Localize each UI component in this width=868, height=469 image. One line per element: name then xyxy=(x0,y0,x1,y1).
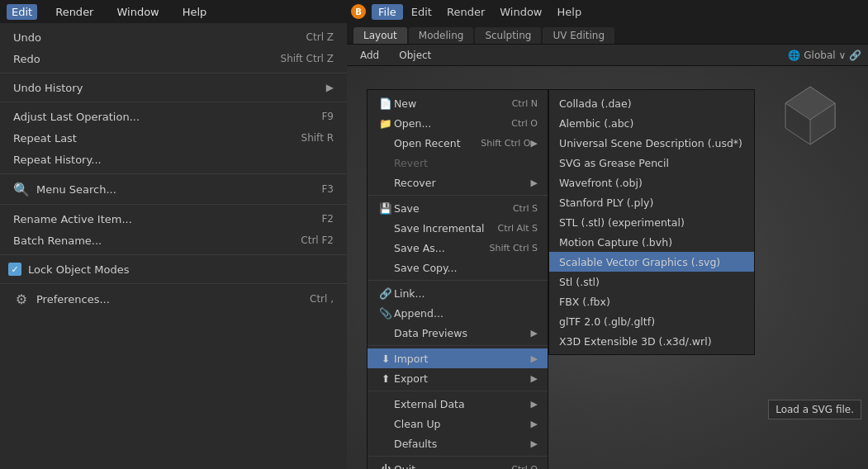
left-panel: EditRenderWindowHelp UndoCtrl ZRedoShift… xyxy=(0,0,347,469)
arrow-icon: ▶ xyxy=(531,419,538,429)
left-entry-repeat-last[interactable]: Repeat LastShift R xyxy=(0,127,347,149)
left-entry-batch-rename[interactable]: Batch Rename...Ctrl F2 xyxy=(0,230,347,251)
left-entry-preferences[interactable]: ⚙Preferences...Ctrl , xyxy=(0,287,347,310)
top-menu-render[interactable]: Render xyxy=(440,4,491,20)
tab-modeling[interactable]: Modeling xyxy=(409,27,474,44)
top-menu-window[interactable]: Window xyxy=(493,4,548,20)
file-entry-save-as[interactable]: Save As...Shift Ctrl S xyxy=(368,238,548,258)
entry-label: Menu Search... xyxy=(36,183,308,196)
file-entry-defaults[interactable]: Defaults▶ xyxy=(368,433,548,453)
top-bar: B FileEditRenderWindowHelp xyxy=(347,0,868,23)
file-entry-revert: Revert xyxy=(368,153,548,173)
file-entry-label: Import xyxy=(394,353,531,365)
tab-layout[interactable]: Layout xyxy=(353,27,407,44)
object-button[interactable]: Object xyxy=(392,48,438,63)
file-entry-recover[interactable]: Recover▶ xyxy=(368,173,548,192)
arrow-icon: ▶ xyxy=(531,178,538,188)
file-entry-import[interactable]: ⬇Import▶ xyxy=(368,348,548,368)
import-entry-wavefront[interactable]: Wavefront (.obj) xyxy=(549,173,754,192)
edit-dropdown: UndoCtrl ZRedoShift Ctrl ZUndo History▶A… xyxy=(0,23,347,469)
import-entry-label: Stanford PLY (.ply) xyxy=(559,197,653,209)
file-entry-icon: ⏻ xyxy=(377,463,394,470)
left-entry-undo-history[interactable]: Undo History▶ xyxy=(0,77,347,98)
file-entry-save-copy[interactable]: Save Copy... xyxy=(368,258,548,277)
file-separator xyxy=(368,391,548,391)
import-entry-stl2[interactable]: Stl (.stl) xyxy=(549,272,754,291)
import-entry-label: glTF 2.0 (.glb/.gltf) xyxy=(559,315,655,328)
left-entry-redo[interactable]: RedoShift Ctrl Z xyxy=(0,48,347,69)
import-entry-fbx[interactable]: FBX (.fbx) xyxy=(549,291,754,311)
file-dropdown: 📄NewCtrl N📁Open...Ctrl OOpen RecentShift… xyxy=(367,89,548,469)
file-entry-label: Data Previews xyxy=(394,327,531,339)
file-entry-label: Save As... xyxy=(394,242,482,254)
viewport: 📄NewCtrl N📁Open...Ctrl OOpen RecentShift… xyxy=(347,66,868,469)
import-entry-svg[interactable]: Scalable Vector Graphics (.svg) xyxy=(549,252,754,272)
left-entry-rename[interactable]: Rename Active Item...F2 xyxy=(0,208,347,230)
file-entry-external-data[interactable]: External Data▶ xyxy=(368,394,548,414)
entry-label: Adjust Last Operation... xyxy=(13,111,308,123)
file-entry-icon: 🔗 xyxy=(377,287,394,300)
left-entry-menu-search[interactable]: 🔍Menu Search...F3 xyxy=(0,178,347,201)
import-entry-stanford-ply[interactable]: Stanford PLY (.ply) xyxy=(549,192,754,212)
file-entry-icon: ⬇ xyxy=(377,353,394,365)
import-entry-gltf[interactable]: glTF 2.0 (.glb/.gltf) xyxy=(549,311,754,331)
tab-uv-editing[interactable]: UV Editing xyxy=(543,27,614,44)
file-entry-shortcut: Ctrl Q xyxy=(511,464,538,470)
import-entry-usd[interactable]: Universal Scene Description (.usd*) xyxy=(549,133,754,153)
separator xyxy=(0,173,347,174)
left-menu-render[interactable]: Render xyxy=(50,4,98,20)
file-entry-label: Save xyxy=(394,202,506,215)
import-entry-stl[interactable]: STL (.stl) (experimental) xyxy=(549,212,754,232)
import-entry-motion-capture[interactable]: Motion Capture (.bvh) xyxy=(549,232,754,252)
file-entry-link[interactable]: 🔗Link... xyxy=(368,283,548,303)
left-entry-adjust[interactable]: Adjust Last Operation...F9 xyxy=(0,106,347,127)
left-entry-undo[interactable]: UndoCtrl Z xyxy=(0,26,347,48)
file-entry-label: Open... xyxy=(394,117,505,130)
file-entry-quit[interactable]: ⏻QuitCtrl Q xyxy=(368,459,548,469)
file-entry-clean-up[interactable]: Clean Up▶ xyxy=(368,414,548,433)
file-entry-open[interactable]: 📁Open...Ctrl O xyxy=(368,113,548,133)
add-button[interactable]: Add xyxy=(353,48,386,63)
tab-sculpting[interactable]: Sculpting xyxy=(475,27,541,44)
checkbox-icon xyxy=(8,263,21,276)
import-entry-label: SVG as Grease Pencil xyxy=(559,157,669,169)
file-entry-data-previews[interactable]: Data Previews▶ xyxy=(368,323,548,343)
left-menu-help[interactable]: Help xyxy=(178,4,212,20)
file-entry-open-recent[interactable]: Open RecentShift Ctrl O▶ xyxy=(368,133,548,153)
left-entry-repeat-history[interactable]: Repeat History... xyxy=(0,149,347,170)
second-bar: Add Object 🌐 Global ∨ 🔗 xyxy=(347,45,868,66)
import-entry-collada[interactable]: Collada (.dae) xyxy=(549,93,754,113)
file-entry-label: External Data xyxy=(394,398,531,410)
file-entry-icon: 💾 xyxy=(377,202,394,215)
import-entry-alembic[interactable]: Alembic (.abc) xyxy=(549,113,754,133)
top-menu-edit[interactable]: Edit xyxy=(405,4,439,20)
left-menu-edit[interactable]: Edit xyxy=(7,4,37,20)
file-entry-save[interactable]: 💾SaveCtrl S xyxy=(368,198,548,218)
file-entry-shortcut: Shift Ctrl O xyxy=(481,138,530,149)
entry-label: Batch Rename... xyxy=(13,234,287,247)
import-entry-label: Motion Capture (.bvh) xyxy=(559,236,672,249)
file-entry-shortcut: Ctrl Alt S xyxy=(498,223,538,234)
top-menu-help[interactable]: Help xyxy=(551,4,589,20)
shortcut-label: F2 xyxy=(321,213,334,225)
entry-label: Undo xyxy=(13,31,293,44)
import-entry-x3d[interactable]: X3D Extensible 3D (.x3d/.wrl) xyxy=(549,331,754,351)
file-entry-save-incremental[interactable]: Save IncrementalCtrl Alt S xyxy=(368,218,548,238)
file-entry-append[interactable]: 📎Append... xyxy=(368,303,548,323)
transform-label: 🌐 Global ∨ 🔗 xyxy=(788,50,861,61)
import-entry-svg-grease[interactable]: SVG as Grease Pencil xyxy=(549,153,754,173)
shortcut-label: F9 xyxy=(321,111,334,122)
left-menu-window[interactable]: Window xyxy=(111,4,164,20)
left-entry-lock-object-modes[interactable]: Lock Object Modes xyxy=(0,258,347,280)
arrow-icon: ▶ xyxy=(531,138,538,149)
import-entry-label: X3D Extensible 3D (.x3d/.wrl) xyxy=(559,335,712,348)
top-menu-file[interactable]: File xyxy=(372,4,403,20)
entry-label: Rename Active Item... xyxy=(13,213,308,225)
entry-label: Preferences... xyxy=(36,293,296,306)
file-entry-export[interactable]: ⬆Export▶ xyxy=(368,368,548,388)
file-entry-new[interactable]: 📄NewCtrl N xyxy=(368,93,548,113)
file-separator xyxy=(368,195,548,196)
file-separator xyxy=(368,456,548,457)
shortcut-label: Ctrl , xyxy=(310,293,334,305)
separator xyxy=(0,283,347,284)
